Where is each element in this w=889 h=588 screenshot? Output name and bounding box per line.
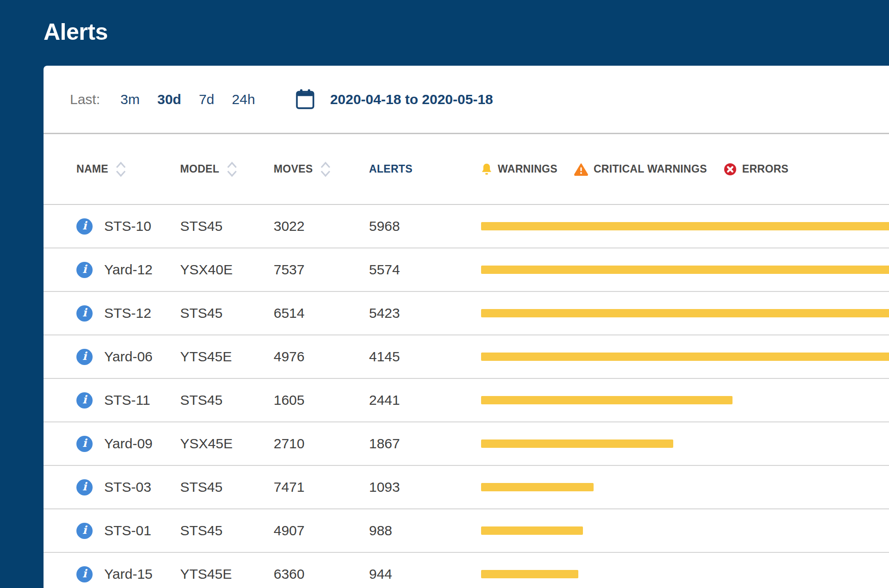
alerts-card: Last: 3m30d7d24h 2020-04-18 to 2020-05-1…	[44, 66, 889, 588]
equipment-name: Yard-09	[104, 436, 153, 452]
model-value: STS45	[180, 305, 274, 321]
legend-item-warnings: WARNINGS	[481, 163, 557, 175]
name-cell: i Yard-12	[44, 262, 180, 278]
table-row: i STS-10 STS45 3022 5968	[44, 205, 889, 248]
time-range-option-30d[interactable]: 30d	[157, 92, 182, 107]
info-icon[interactable]: i	[76, 218, 93, 235]
table-row: i STS-11 STS45 1605 2441	[44, 379, 889, 422]
column-header-label: MOVES	[274, 163, 313, 175]
info-icon[interactable]: i	[76, 523, 93, 539]
bar-cell	[481, 335, 889, 378]
moves-value: 6360	[274, 566, 369, 582]
legend-item-errors: ERRORS	[724, 163, 789, 176]
model-value: STS45	[180, 479, 274, 495]
info-icon[interactable]: i	[76, 436, 93, 452]
column-header-moves[interactable]: MOVES	[274, 161, 369, 178]
model-value: STS45	[180, 523, 274, 538]
equipment-name: STS-03	[104, 479, 151, 495]
table-row: i Yard-09 YSX45E 2710 1867	[44, 422, 889, 466]
equipment-name: Yard-15	[104, 566, 153, 582]
column-header-alerts[interactable]: ALERTS	[369, 163, 481, 175]
table-row: i Yard-06 YTS45E 4976 4145	[44, 335, 889, 379]
column-header-model[interactable]: MODEL	[180, 161, 274, 178]
moves-value: 7471	[274, 479, 369, 495]
time-filter-bar: Last: 3m30d7d24h 2020-04-18 to 2020-05-1…	[44, 66, 889, 134]
bar-cell	[481, 292, 889, 334]
sort-chevrons-icon	[319, 161, 332, 178]
alerts-value: 5423	[369, 305, 481, 321]
moves-value: 2710	[274, 436, 369, 452]
bar-legend: WARNINGS CRITICAL WARNINGS ERRORS	[481, 163, 889, 176]
legend-item-critical-warnings: CRITICAL WARNINGS	[574, 163, 707, 176]
bar-cell	[481, 509, 889, 552]
alerts-value: 944	[369, 566, 481, 582]
column-header-name[interactable]: NAME	[44, 161, 180, 178]
alerts-value: 5574	[369, 262, 481, 278]
time-range-options: 3m30d7d24h	[120, 92, 255, 107]
model-value: YSX45E	[180, 436, 274, 452]
moves-value: 6514	[274, 305, 369, 321]
equipment-name: STS-11	[104, 392, 150, 408]
bar-cell	[481, 553, 889, 588]
bar-cell	[481, 379, 889, 421]
model-value: STS45	[180, 218, 274, 234]
column-header-label: NAME	[76, 163, 108, 175]
bar-cell	[481, 466, 889, 508]
page-title: Alerts	[44, 19, 108, 45]
warnings-bar	[481, 439, 673, 448]
info-icon[interactable]: i	[76, 349, 93, 365]
warnings-bar	[481, 570, 578, 578]
date-range-text[interactable]: 2020-04-18 to 2020-05-18	[330, 92, 493, 107]
legend-label: CRITICAL WARNINGS	[594, 163, 707, 175]
alerts-value: 1093	[369, 479, 481, 495]
table-row: i STS-03 STS45 7471 1093	[44, 466, 889, 509]
bar-cell	[481, 205, 889, 248]
warnings-bar	[481, 526, 583, 535]
moves-value: 3022	[274, 218, 369, 234]
column-header-label: MODEL	[180, 163, 219, 175]
legend-label: ERRORS	[742, 163, 789, 175]
bar-cell	[481, 248, 889, 291]
moves-value: 4976	[274, 349, 369, 365]
equipment-name: STS-01	[104, 523, 151, 538]
info-icon[interactable]: i	[76, 566, 93, 582]
time-range-option-24h[interactable]: 24h	[232, 92, 255, 107]
name-cell: i Yard-06	[44, 349, 180, 365]
column-header-label: ALERTS	[369, 163, 413, 175]
name-cell: i STS-03	[44, 479, 180, 495]
warnings-bar	[481, 309, 889, 317]
info-icon[interactable]: i	[76, 479, 93, 495]
model-value: YTS45E	[180, 566, 274, 582]
alerts-value: 5968	[369, 218, 481, 234]
sort-chevrons-icon	[226, 161, 238, 178]
equipment-name: STS-12	[104, 305, 151, 321]
calendar-icon[interactable]	[296, 89, 314, 110]
name-cell: i STS-12	[44, 305, 180, 322]
table-row: i STS-12 STS45 6514 5423	[44, 292, 889, 335]
alerts-value: 2441	[369, 392, 481, 408]
table-body: i STS-10 STS45 3022 5968 i Yard-12 YSX40…	[44, 205, 889, 588]
last-label: Last:	[70, 92, 100, 107]
bar-cell	[481, 422, 889, 465]
moves-value: 1605	[274, 392, 369, 408]
info-icon[interactable]: i	[76, 392, 93, 409]
alerts-value: 4145	[369, 349, 481, 365]
time-range-option-3m[interactable]: 3m	[120, 92, 140, 107]
bell-icon	[481, 163, 492, 175]
legend-label: WARNINGS	[498, 163, 557, 175]
info-icon[interactable]: i	[76, 262, 93, 278]
warnings-bar	[481, 353, 889, 361]
model-value: STS45	[180, 392, 274, 408]
alerts-value: 1867	[369, 436, 481, 452]
alerts-value: 988	[369, 523, 481, 538]
table-row: i Yard-15 YTS45E 6360 944	[44, 553, 889, 588]
warnings-bar	[481, 266, 889, 274]
info-icon[interactable]: i	[76, 305, 93, 322]
warnings-bar	[481, 222, 889, 230]
time-range-option-7d[interactable]: 7d	[199, 92, 214, 107]
sort-chevrons-icon	[115, 161, 127, 178]
table-row: i Yard-12 YSX40E 7537 5574	[44, 248, 889, 292]
name-cell: i STS-01	[44, 523, 180, 539]
warnings-bar	[481, 483, 594, 491]
name-cell: i STS-11	[44, 392, 180, 409]
